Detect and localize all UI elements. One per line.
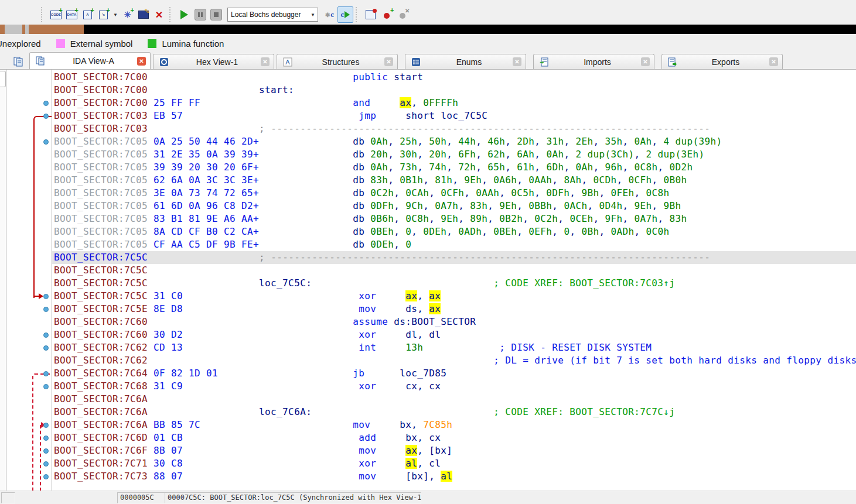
legend-bar: UnexploredExternal symbolLumina function [0, 34, 856, 53]
start-debugger-button[interactable] [176, 6, 192, 23]
listing-row[interactable]: BOOT_SECTOR:7C05 CF AA C5 DF 9B FE+ db 0… [52, 238, 856, 251]
listing[interactable]: BOOT_SECTOR:7C00 public startBOOT_SECTOR… [52, 70, 856, 491]
listing-address: BOOT_SECTOR:7C05 [54, 213, 148, 224]
listing-row[interactable]: BOOT_SECTOR:7C62 ; DL = drive (if bit 7 … [52, 354, 856, 367]
add-breakpoint-button[interactable]: + [378, 6, 394, 23]
delete-breakpoint-button[interactable]: ✕ [394, 6, 410, 23]
code-dot-icon [43, 474, 49, 479]
listing-row[interactable]: BOOT_SECTOR:7C62 CD 13 int 13h ; DISK - … [52, 341, 856, 354]
make-code-button[interactable]: CODE + [48, 6, 64, 23]
listing-row[interactable]: BOOT_SECTOR:7C5C [52, 264, 856, 277]
patch-icon [138, 11, 149, 19]
listing-row[interactable]: BOOT_SECTOR:7C5C loc_7C5C: ; CODE XREF: … [52, 277, 856, 290]
window-list-button[interactable] [11, 54, 26, 68]
close-icon[interactable]: ✕ [513, 57, 521, 66]
patch-button[interactable] [135, 6, 151, 23]
close-icon[interactable]: ✕ [261, 57, 270, 66]
listing-row[interactable]: BOOT_SECTOR:7C05 0A 25 50 44 46 2D+ db 0… [52, 135, 856, 148]
tab-exports[interactable]: Exports ✕ [661, 54, 783, 69]
code-dot-icon [43, 139, 49, 145]
play-icon [345, 11, 350, 18]
listing-row[interactable]: BOOT_SECTOR:7C60 assume ds:BOOT_SECTOR [52, 316, 856, 328]
listing-address: BOOT_SECTOR:7C73 [54, 471, 148, 482]
listing-address: BOOT_SECTOR:7C60 [54, 316, 148, 327]
tab-enums[interactable]: Enums ✕ [405, 54, 526, 69]
red-x-icon: ✕ [155, 9, 163, 20]
listing-address: BOOT_SECTOR:7C5C [54, 252, 148, 263]
legend-label: External symbol [70, 39, 133, 49]
nav-band-segment [5, 25, 22, 34]
listing-address: BOOT_SECTOR:7C5C [54, 265, 148, 276]
listing-address: BOOT_SECTOR:7C05 [54, 162, 148, 173]
tab-label: Enums [425, 57, 513, 67]
breakpoint-list-button[interactable] [363, 6, 378, 23]
listing-row[interactable]: BOOT_SECTOR:7C64 0F 82 1D 01 jb loc_7D85 [52, 367, 856, 380]
exports-icon [668, 57, 677, 67]
tab-bar: IDA View-A ✕ Hex View-1 ✕ A Structures ✕ [0, 53, 856, 69]
code-dot-icon [43, 294, 49, 299]
run-c-icon: c [341, 10, 345, 19]
close-icon[interactable]: ✕ [641, 57, 650, 66]
code-dot-icon [43, 448, 49, 454]
stop-debugger-button[interactable] [208, 6, 224, 23]
listing-row[interactable]: BOOT_SECTOR:7C60 30 D2 xor dl, dl [52, 328, 856, 341]
listing-row[interactable]: BOOT_SECTOR:7C03 EB 57 jmp short loc_7C5… [52, 109, 856, 122]
listing-row[interactable]: BOOT_SECTOR:7C6A BB 85 7C mov bx, 7C85h [52, 419, 856, 431]
listing-row[interactable]: BOOT_SECTOR:7C6A loc_7C6A: ; CODE XREF: … [52, 406, 856, 419]
listing-row[interactable]: BOOT_SECTOR:7C05 61 6D 0A 96 C8 D2+ db 0… [52, 200, 856, 212]
debugger-select[interactable]: Local Bochs debugger ▼ [227, 8, 318, 22]
listing-row[interactable]: BOOT_SECTOR:7C6F 8B 07 mov ax, [bx] [52, 444, 856, 457]
make-data-button[interactable]: DATA + [64, 6, 80, 23]
close-icon[interactable]: ✕ [769, 57, 778, 66]
make-array-button[interactable]: ✳ + [120, 6, 135, 23]
listing-row[interactable]: BOOT_SECTOR:7C6A [52, 393, 856, 406]
listing-row[interactable]: BOOT_SECTOR:7C05 3E 0A 73 74 72 65+ db 0… [52, 187, 856, 200]
listing-row[interactable]: BOOT_SECTOR:7C05 62 6A 0A 3C 3C 3E+ db 8… [52, 174, 856, 187]
tab-imports[interactable]: Imports ✕ [533, 54, 654, 69]
nav-band[interactable] [0, 25, 856, 34]
code-dot-icon [43, 101, 49, 106]
menu-item-fragment[interactable]: a [12, 3, 16, 5]
listing-row[interactable]: BOOT_SECTOR:7C00 25 FF FF and ax, 0FFFFh [52, 97, 856, 109]
listing-row[interactable]: BOOT_SECTOR:7C05 39 39 20 30 20 6F+ db 0… [52, 161, 856, 174]
structures-icon: A [283, 57, 292, 67]
toolbar-separator [169, 7, 174, 22]
struct-dropdown-caret[interactable]: ▼ [111, 6, 120, 23]
listing-row[interactable]: BOOT_SECTOR:7C00 start: [52, 84, 856, 97]
step-c-icon: ✱c [325, 10, 334, 19]
listing-row[interactable]: BOOT_SECTOR:7C68 31 C9 xor cx, cx [52, 380, 856, 393]
listing-row[interactable]: BOOT_SECTOR:7C5E 8E D8 mov ds, ax [52, 303, 856, 316]
left-dock-notch[interactable] [0, 71, 6, 87]
listing-address: BOOT_SECTOR:7C05 [54, 149, 148, 160]
listing-row[interactable]: BOOT_SECTOR:7C05 83 B1 81 9E A6 AA+ db 0… [52, 212, 856, 225]
listing-row[interactable]: BOOT_SECTOR:7C5C ; ---------------------… [52, 251, 856, 264]
tab-hex-view-1[interactable]: Hex View-1 ✕ [153, 54, 274, 69]
listing-row[interactable]: BOOT_SECTOR:7C03 ; ---------------------… [52, 122, 856, 135]
listing-row[interactable]: BOOT_SECTOR:7C73 88 07 mov [bx], al [52, 470, 856, 483]
listing-row[interactable]: BOOT_SECTOR:7C71 30 C8 xor al, cl [52, 457, 856, 470]
listing-address: BOOT_SECTOR:7C6D [54, 432, 148, 443]
arrow-head-icon [39, 293, 43, 299]
listing-row[interactable]: BOOT_SECTOR:7C00 public start [52, 71, 856, 84]
enums-icon [411, 57, 421, 67]
make-struct-button[interactable]: 's + [96, 6, 111, 23]
jump-arrow-dashed-inner [40, 425, 43, 491]
nav-band-segment [84, 25, 856, 34]
close-icon[interactable]: ✕ [384, 57, 393, 66]
close-icon[interactable]: ✕ [137, 57, 146, 66]
listing-row[interactable]: BOOT_SECTOR:7C5C 31 C0 xor ax, ax [52, 290, 856, 303]
make-string-button[interactable]: A + [80, 6, 96, 23]
pause-debugger-button[interactable] [192, 6, 208, 23]
pause-icon [195, 9, 206, 20]
listing-row[interactable]: BOOT_SECTOR:7C05 31 2E 35 0A 39 39+ db 2… [52, 148, 856, 161]
listing-row[interactable]: BOOT_SECTOR:7C6D 01 CB add bx, cx [52, 431, 856, 444]
code-dot-icon [43, 332, 49, 338]
undefine-button[interactable]: ✕ [151, 6, 167, 23]
jump-arrow-margin [0, 70, 52, 491]
run-to-cursor-button[interactable]: c [337, 6, 353, 23]
step-until-call-button[interactable]: ✱c [322, 6, 337, 23]
debugger-select-value: Local Bochs debugger [231, 11, 301, 19]
tab-ida-view-a[interactable]: IDA View-A ✕ [29, 52, 151, 69]
tab-structures[interactable]: A Structures ✕ [277, 54, 398, 69]
listing-row[interactable]: BOOT_SECTOR:7C05 8A CD CF B0 C2 CA+ db 0… [52, 225, 856, 238]
